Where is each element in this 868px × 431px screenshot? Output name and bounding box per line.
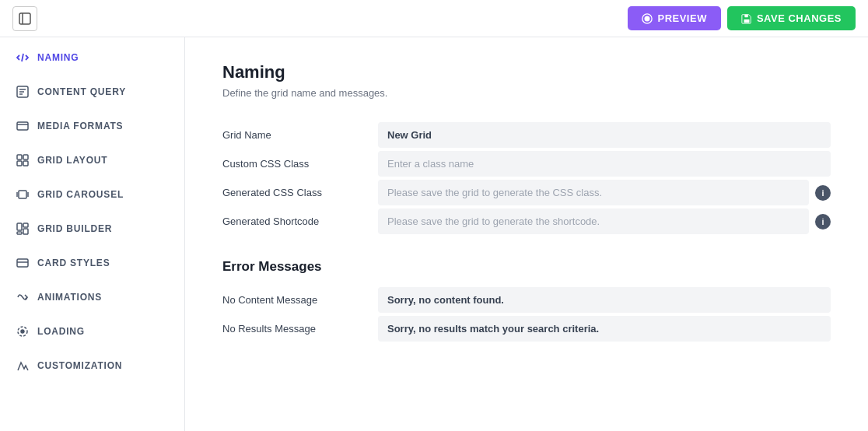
sidebar-item-content-query[interactable]: CONTENT QUERY <box>0 75 184 109</box>
sidebar-item-content-query-label: CONTENT QUERY <box>37 86 126 97</box>
form-row-grid-name: Grid Name <box>222 122 831 148</box>
css-class-label: Custom CSS Class <box>222 158 378 170</box>
content-area: Naming Define the grid name and messages… <box>185 37 868 431</box>
sidebar-item-card-styles[interactable]: CARD STYLES <box>0 246 184 280</box>
sidebar-item-grid-builder[interactable]: GRID BUILDER <box>0 212 184 246</box>
sidebar-item-grid-builder-label: GRID BUILDER <box>37 223 112 234</box>
generated-css-input <box>378 180 809 205</box>
no-results-input[interactable] <box>378 316 831 342</box>
svg-point-2 <box>645 16 650 21</box>
sidebar-item-naming-label: NAMING <box>37 52 79 63</box>
svg-rect-5 <box>744 14 747 17</box>
svg-rect-12 <box>17 155 22 159</box>
sidebar: NAMING CONTENT QUERY MEDIA FORMATS <box>0 37 185 431</box>
content-query-icon <box>16 85 30 99</box>
preview-label: PREVIEW <box>657 12 706 24</box>
svg-rect-16 <box>19 191 26 198</box>
grid-name-field-wrap <box>378 122 831 148</box>
form-row-no-results: No Results Message <box>222 316 831 342</box>
shortcode-input <box>378 208 809 234</box>
topbar-right: PREVIEW SAVE CHANGES <box>628 6 856 30</box>
sidebar-item-media-formats-label: MEDIA FORMATS <box>37 121 123 131</box>
no-content-input[interactable] <box>378 287 831 313</box>
form-row-no-content: No Content Message <box>222 287 831 313</box>
svg-rect-4 <box>744 19 749 22</box>
svg-point-26 <box>21 330 24 333</box>
shortcode-label: Generated Shortcode <box>222 216 378 227</box>
grid-name-input[interactable] <box>378 122 831 148</box>
page-title: Naming <box>222 62 831 82</box>
css-class-input[interactable] <box>378 151 831 177</box>
card-styles-icon <box>16 256 30 270</box>
topbar: PREVIEW SAVE CHANGES <box>0 0 868 37</box>
svg-rect-23 <box>17 259 28 267</box>
sidebar-item-card-styles-label: CARD STYLES <box>37 258 110 268</box>
sidebar-item-grid-layout[interactable]: GRID LAYOUT <box>0 143 184 177</box>
svg-line-6 <box>22 54 23 61</box>
shortcode-info-icon[interactable]: i <box>815 214 831 230</box>
sidebar-item-grid-layout-label: GRID LAYOUT <box>37 155 107 166</box>
preview-button[interactable]: PREVIEW <box>628 6 720 30</box>
generated-css-field-wrap: i <box>378 180 831 205</box>
no-results-label: No Results Message <box>222 323 378 335</box>
generated-css-label: Generated CSS Class <box>222 187 378 198</box>
main-layout: NAMING CONTENT QUERY MEDIA FORMATS <box>0 37 868 431</box>
customization-icon <box>16 359 30 373</box>
svg-rect-21 <box>23 229 28 234</box>
sidebar-item-grid-carousel[interactable]: GRID CAROUSEL <box>0 177 184 212</box>
sidebar-item-media-formats[interactable]: MEDIA FORMATS <box>0 109 184 143</box>
svg-rect-22 <box>17 232 22 234</box>
sidebar-item-customization-label: CUSTOMIZATION <box>37 360 122 371</box>
svg-rect-14 <box>17 161 22 166</box>
grid-builder-icon <box>16 222 30 236</box>
sidebar-item-animations-label: ANIMATIONS <box>37 292 102 303</box>
save-label: SAVE CHANGES <box>757 12 842 24</box>
svg-rect-13 <box>23 155 28 159</box>
topbar-left <box>12 6 37 31</box>
grid-name-label: Grid Name <box>222 129 378 141</box>
naming-fields-section: Grid Name Custom CSS Class Generated CSS… <box>222 122 831 234</box>
svg-rect-15 <box>23 161 28 166</box>
shortcode-field-wrap: i <box>378 208 831 234</box>
code-icon <box>16 51 30 65</box>
form-row-shortcode: Generated Shortcode i <box>222 208 831 234</box>
svg-rect-11 <box>17 122 28 130</box>
generated-css-info-icon[interactable]: i <box>815 185 831 201</box>
no-results-field-wrap <box>378 316 831 342</box>
svg-rect-20 <box>23 223 28 227</box>
no-content-field-wrap <box>378 287 831 313</box>
svg-rect-19 <box>17 223 22 230</box>
media-formats-icon <box>16 119 30 133</box>
sidebar-item-customization[interactable]: CUSTOMIZATION <box>0 349 184 383</box>
error-messages-title: Error Messages <box>222 259 831 275</box>
sidebar-item-loading-label: LOADING <box>37 326 85 337</box>
save-button[interactable]: SAVE CHANGES <box>727 6 856 30</box>
form-row-generated-css: Generated CSS Class i <box>222 180 831 205</box>
form-row-css-class: Custom CSS Class <box>222 151 831 177</box>
page-subtitle: Define the grid name and messages. <box>222 87 831 99</box>
grid-layout-icon <box>16 153 30 167</box>
svg-rect-0 <box>19 13 30 24</box>
sidebar-item-naming[interactable]: NAMING <box>0 40 184 75</box>
animations-icon <box>16 290 30 304</box>
css-class-field-wrap <box>378 151 831 177</box>
no-content-label: No Content Message <box>222 294 378 306</box>
sidebar-item-loading[interactable]: LOADING <box>0 314 184 349</box>
sidebar-item-animations[interactable]: ANIMATIONS <box>0 280 184 314</box>
error-messages-section: Error Messages No Content Message No Res… <box>222 259 831 342</box>
sidebar-item-grid-carousel-label: GRID CAROUSEL <box>37 189 124 200</box>
sidebar-toggle-button[interactable] <box>12 6 37 31</box>
loading-icon <box>16 324 30 338</box>
grid-carousel-icon <box>16 187 30 201</box>
